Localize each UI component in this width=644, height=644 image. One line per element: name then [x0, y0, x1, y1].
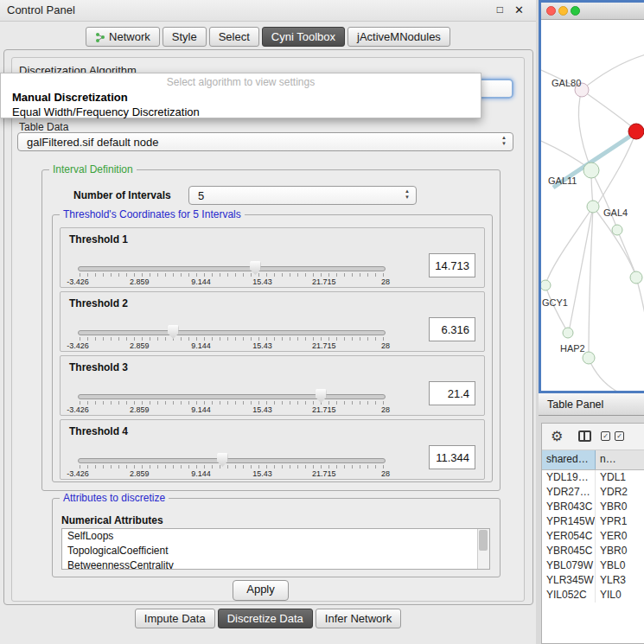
table-row[interactable]: YDR27…YDR2 [542, 485, 644, 500]
threshold-1-value-input[interactable]: 14.713 [429, 253, 475, 277]
table-row[interactable]: YLR345WYLR3 [542, 573, 644, 588]
table-cell[interactable]: YPR1 [596, 514, 644, 529]
table-row[interactable]: YER054CYER0 [542, 529, 644, 544]
tab-infer-network[interactable]: Infer Network [316, 609, 401, 628]
threshold-4-slider[interactable]: -3.426 2.859 9.144 15.43 21.715 28 [78, 455, 386, 477]
float-window-icon[interactable]: □ [497, 3, 503, 16]
table-cell[interactable]: YDL1 [596, 470, 644, 485]
node[interactable] [612, 225, 622, 235]
tab-network[interactable]: Network [86, 27, 160, 47]
table-cell[interactable]: YER0 [596, 529, 644, 544]
threshold-3-value-input[interactable]: 21.4 [429, 381, 475, 405]
table-row[interactable]: YDL19…YDL1 [542, 470, 644, 485]
node-selected-red[interactable] [628, 124, 644, 139]
table-data-label: Table Data [19, 121, 68, 133]
numerical-attributes-label: Numerical Attributes [61, 514, 163, 526]
close-traffic-light-icon[interactable] [546, 6, 556, 16]
node-gal4[interactable] [587, 201, 599, 213]
attributes-listbox[interactable]: SelfLoops TopologicalCoefficient Between… [61, 528, 490, 570]
threshold-2-value-input[interactable]: 6.316 [429, 317, 475, 341]
table-cell[interactable]: YLR345W [542, 573, 596, 588]
close-icon[interactable]: ✕ [514, 3, 524, 16]
tab-impute-data[interactable]: Impute Data [135, 609, 215, 628]
table-cell[interactable]: YDR2 [596, 485, 644, 500]
algorithm-dropdown-popup: Select algorithm to view settings Manual… [0, 73, 481, 118]
minimize-traffic-light-icon[interactable] [558, 6, 568, 16]
spinner-arrows-icon: ▲▼ [405, 188, 410, 201]
table-data-combobox[interactable]: galFiltered.sif default node ▲▼ [17, 132, 513, 151]
node-label-gal11: GAL11 [548, 175, 577, 186]
table-cell[interactable]: YBR045C [542, 544, 596, 558]
threshold-1-slider[interactable]: -3.426 2.859 9.144 15.43 21.715 28 [78, 263, 386, 285]
threshold-2-slider[interactable]: -3.426 2.859 9.144 15.43 21.715 28 [78, 327, 386, 349]
node-label-gcy1: GCY1 [542, 297, 568, 308]
dropdown-option-equal-width[interactable]: Equal Width/Frequency Discretization [1, 105, 481, 119]
tick-label: -3.426 [67, 277, 89, 286]
network-canvas[interactable]: GAL80 GAL11 GAL4 GCY1 HAP2 [541, 20, 644, 392]
columns-icon[interactable] [578, 430, 591, 442]
node-table: ⚙ ✓ ✓ shared… n… YDL19…YDL1 YDR27…YDR2 Y… [541, 423, 644, 644]
slider-track[interactable] [78, 330, 386, 335]
gear-icon[interactable]: ⚙ [551, 428, 563, 444]
threshold-1-label: Threshold 1 [69, 233, 128, 245]
thresholds-group: Threshold's Coordinates for 5 Intervals … [52, 214, 493, 482]
table-cell[interactable]: YBL0 [596, 558, 644, 573]
column-header-shared-name[interactable]: shared… [542, 450, 596, 469]
zoom-traffic-light-icon[interactable] [571, 6, 580, 16]
tab-cyni-toolbox[interactable]: Cyni Toolbox [262, 27, 345, 47]
list-item[interactable]: SelfLoops [62, 529, 489, 544]
table-cell[interactable]: YER054C [542, 529, 596, 544]
table-panel-header[interactable]: Table Panel [539, 393, 644, 416]
list-scrollbar[interactable] [477, 529, 489, 569]
scrollbar-thumb[interactable] [479, 530, 488, 551]
node[interactable] [583, 352, 595, 364]
table-cell[interactable]: YBR0 [596, 500, 644, 514]
table-row[interactable]: YBL079WYBL0 [542, 558, 644, 573]
node[interactable] [630, 271, 642, 284]
table-cell[interactable]: YBR0 [596, 544, 644, 558]
thresholds-legend: Threshold's Coordinates for 5 Intervals [60, 208, 245, 220]
tick-label: 9.144 [191, 469, 211, 478]
network-view-window[interactable]: GAL80 GAL11 GAL4 GCY1 HAP2 [539, 0, 644, 393]
table-cell[interactable]: YDR27… [542, 485, 596, 500]
number-of-intervals-spinner[interactable]: 5 ▲▼ [188, 186, 417, 205]
threshold-3-slider[interactable]: -3.426 2.859 9.144 15.43 21.715 28 [78, 391, 386, 413]
node-gal11[interactable] [583, 163, 599, 178]
table-cell[interactable]: YBR043C [542, 500, 596, 514]
network-window-titlebar[interactable] [541, 3, 644, 20]
checkbox-icon[interactable]: ✓ [601, 431, 610, 441]
table-row[interactable]: YIL052CYIL0 [542, 588, 644, 603]
tab-label: jActiveMNodules [357, 30, 441, 43]
threshold-3-label: Threshold 3 [69, 361, 128, 373]
table-row[interactable]: YPR145WYPR1 [542, 514, 644, 529]
slider-tick-marks [80, 401, 384, 405]
table-cell[interactable]: YBL079W [542, 558, 596, 573]
slider-track[interactable] [78, 394, 386, 399]
list-item[interactable]: TopologicalCoefficient [62, 544, 489, 558]
table-cell[interactable]: YLR3 [596, 573, 644, 588]
table-row[interactable]: YBR045CYBR0 [542, 544, 644, 558]
slider-track[interactable] [78, 266, 386, 271]
table-cell[interactable]: YIL0 [596, 588, 644, 603]
table-row[interactable]: YBR043CYBR0 [542, 500, 644, 514]
checkbox-icon[interactable]: ✓ [615, 431, 624, 441]
slider-track[interactable] [78, 458, 386, 463]
tab-select[interactable]: Select [209, 27, 259, 47]
list-item[interactable]: BetweennessCentrality [62, 558, 489, 570]
threshold-4-value-input[interactable]: 11.344 [429, 445, 475, 469]
table-panel-title: Table Panel [547, 399, 603, 411]
table-cell[interactable]: YDL19… [542, 470, 596, 485]
control-panel-window: Control Panel □ ✕ Network Style Select C… [0, 0, 536, 644]
table-cell[interactable]: YPR145W [542, 514, 596, 529]
node-hap2[interactable] [563, 328, 573, 338]
column-header-name[interactable]: n… [596, 450, 644, 469]
bottom-tab-bar: Impute Data Discretize Data Infer Networ… [0, 609, 536, 628]
apply-button[interactable]: Apply [233, 580, 289, 601]
table-cell[interactable]: YIL052C [542, 588, 596, 603]
tab-discretize-data[interactable]: Discretize Data [218, 609, 313, 628]
dropdown-option-manual[interactable]: Manual Discretization [1, 90, 481, 105]
tab-style[interactable]: Style [163, 27, 207, 47]
node-gcy1[interactable] [541, 280, 551, 290]
tab-jactivemnodules[interactable]: jActiveMNodules [348, 27, 450, 47]
network-icon [95, 32, 105, 42]
